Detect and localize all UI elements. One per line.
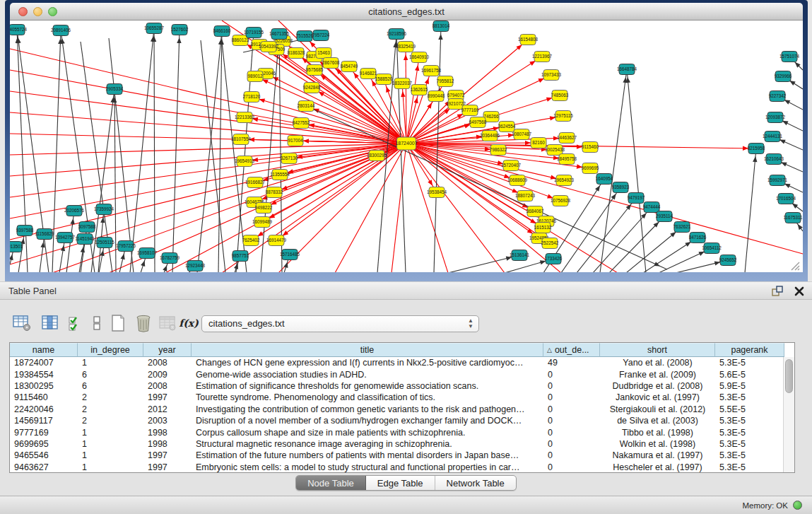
graph-node[interactable]: 11156829: [35, 229, 54, 240]
zoom-window-button[interactable]: [48, 7, 57, 16]
graph-node[interactable]: 2803144: [298, 101, 315, 112]
column-header-short[interactable]: short: [600, 343, 715, 357]
column-header-title[interactable]: title: [192, 343, 543, 357]
table-row[interactable]: 911546021997Tourette syndrome. Phenomeno…: [10, 392, 794, 403]
red-edge[interactable]: [10, 144, 406, 240]
black-edge[interactable]: [197, 31, 222, 272]
graph-node[interactable]: 82160: [531, 138, 546, 148]
graph-node[interactable]: 2935114: [656, 211, 673, 222]
graph-node[interactable]: 18807243: [515, 191, 536, 201]
graph-node[interactable]: 3097588: [78, 222, 96, 233]
graph-node[interactable]: 11451941: [75, 234, 95, 245]
column-header-name[interactable]: name: [10, 343, 78, 357]
graph-node[interactable]: 7515526: [296, 31, 314, 42]
graph-node[interactable]: 917004: [288, 136, 303, 146]
column-header-pagerank[interactable]: pagerank: [715, 343, 784, 357]
close-panel-icon[interactable]: [794, 286, 805, 297]
black-edge[interactable]: [745, 148, 756, 272]
show-columns-icon[interactable]: [40, 313, 61, 334]
graph-node[interactable]: 11355554: [270, 170, 290, 180]
graph-node[interactable]: 2905334: [106, 84, 124, 95]
graph-node[interactable]: 16099489: [252, 217, 273, 228]
import-table-disabled-icon[interactable]: [157, 313, 178, 334]
graph-node[interactable]: 9397588: [16, 226, 34, 236]
graph-node[interactable]: 16958107: [137, 248, 158, 259]
graph-node[interactable]: 12213363: [235, 112, 255, 123]
graph-node[interactable]: 15136141: [510, 250, 530, 261]
graph-node[interactable]: 7632621: [673, 222, 691, 233]
graph-node[interactable]: 16210643: [764, 154, 784, 165]
select-columns-icon[interactable]: [66, 313, 87, 334]
graph-node[interactable]: 12093872: [765, 112, 786, 123]
graph-node[interactable]: 12975115: [553, 111, 573, 122]
graph-node[interactable]: 7955812: [437, 76, 454, 87]
delete-table-icon[interactable]: [133, 313, 154, 334]
graph-node[interactable]: 8466160: [213, 26, 231, 37]
graph-node[interactable]: 9115460: [582, 142, 599, 153]
graph-node[interactable]: 20206576: [64, 206, 85, 216]
graph-node[interactable]: 17359924: [94, 204, 114, 215]
graph-node[interactable]: 12505115: [95, 238, 114, 248]
graph-node[interactable]: 2867608: [322, 58, 340, 69]
graph-node[interactable]: 16648784: [617, 64, 637, 75]
black-edge[interactable]: [201, 40, 225, 272]
graph-node[interactable]: 12213967: [532, 52, 553, 62]
tab-network-table[interactable]: Network Table: [435, 476, 516, 490]
graph-node[interactable]: 8813014: [433, 21, 450, 32]
network-graph[interactable]: 1872400718325419186409101696175879558121…: [10, 21, 803, 272]
graph-node[interactable]: 8454749: [341, 62, 358, 72]
graph-node[interactable]: 10543392: [259, 42, 279, 52]
black-edge[interactable]: [40, 234, 45, 272]
table-selector-dropdown[interactable]: citations_edges.txt ▲▼: [201, 315, 479, 332]
graph-node[interactable]: 1527602: [171, 25, 189, 35]
table-row[interactable]: 969969511998Structural magnetic resonanc…: [10, 438, 794, 450]
graph-node[interactable]: 3913501: [10, 242, 23, 252]
graph-node[interactable]: 19166827: [245, 177, 266, 188]
new-table-icon[interactable]: [107, 313, 129, 334]
graph-node[interactable]: 9358923: [612, 182, 630, 193]
graph-node[interactable]: 989012: [247, 71, 263, 82]
table-row[interactable]: 1938455462009Genome-wide association stu…: [10, 368, 794, 380]
vertical-scrollbar[interactable]: [783, 357, 794, 472]
graph-node[interactable]: 9857751: [232, 251, 249, 262]
network-window-titlebar[interactable]: citations_edges.txt: [10, 3, 803, 21]
graph-node[interactable]: 18495758: [557, 154, 577, 165]
graph-node[interactable]: 19218596: [387, 29, 407, 40]
red-edge[interactable]: [392, 144, 406, 272]
tab-edge-table[interactable]: Edge Table: [366, 476, 435, 490]
table-row[interactable]: 977716911998Corpus callosum shape and si…: [10, 426, 794, 438]
table-row[interactable]: 946362711997Embryonic stem cells: a mode…: [10, 462, 794, 473]
graph-node[interactable]: 15992971: [767, 175, 788, 186]
graph-node[interactable]: 9227342: [769, 91, 787, 102]
table-row[interactable]: 1456911722003Disruption of a novel membe…: [10, 415, 794, 426]
graph-node[interactable]: 18322037: [392, 78, 413, 89]
graph-node[interactable]: 12444131: [763, 132, 783, 142]
column-header-out_de[interactable]: △out_de...: [543, 343, 600, 357]
graph-node[interactable]: 8186328: [288, 48, 305, 59]
graph-node[interactable]: 1733426: [545, 254, 563, 264]
graph-node[interactable]: 10654112: [702, 243, 722, 254]
tab-node-table[interactable]: Node Table: [296, 476, 366, 490]
function-builder-icon[interactable]: f(x): [178, 313, 199, 334]
graph-node[interactable]: 10719155: [244, 28, 264, 38]
table-row[interactable]: 1872400712008Changes of HCN gene express…: [10, 357, 794, 368]
graph-node[interactable]: 19654923: [554, 175, 575, 186]
red-edge[interactable]: [245, 117, 406, 144]
graph-node[interactable]: 2718120: [243, 92, 261, 103]
graph-node[interactable]: 16782759: [160, 253, 180, 264]
table-row[interactable]: 1830029562008Estimation of significance …: [10, 380, 794, 392]
graph-node[interactable]: 9479197: [628, 193, 645, 204]
red-edge[interactable]: [306, 106, 406, 144]
graph-node[interactable]: 17016504: [776, 194, 796, 204]
network-canvas[interactable]: 1872400718325419186409101696175879558121…: [10, 21, 803, 272]
graph-node[interactable]: 9329966: [775, 71, 792, 82]
graph-node[interactable]: 18640910: [409, 52, 430, 63]
graph-node[interactable]: 8471626: [689, 233, 707, 243]
graph-node[interactable]: 9777169: [461, 105, 479, 116]
graph-node[interactable]: 8215958: [748, 144, 765, 154]
graph-node[interactable]: 1615132: [534, 223, 552, 233]
graph-node[interactable]: 16961758: [421, 66, 442, 76]
graph-node[interactable]: 17957225: [116, 241, 136, 252]
graph-node[interactable]: 10756928: [551, 196, 571, 206]
graph-node[interactable]: 3684067: [526, 206, 544, 217]
